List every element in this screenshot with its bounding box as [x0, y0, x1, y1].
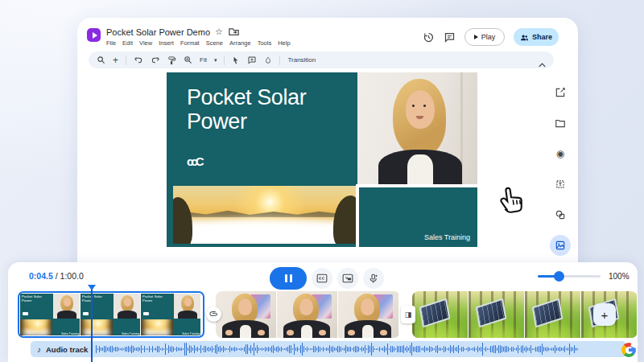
chevron-down-icon[interactable]: ▾ [214, 57, 217, 64]
edit-toolbar: + Fit ▾ Transition [89, 51, 554, 68]
thumb-logo [143, 312, 149, 315]
presenter-mouth [416, 116, 423, 119]
undo-icon[interactable] [134, 55, 143, 66]
shapes-icon[interactable] [550, 204, 571, 225]
scene1-thumbnail: Pocket Solar Power Sales Training [141, 294, 200, 335]
move-folder-icon[interactable] [228, 26, 240, 38]
playhead-handle[interactable] [88, 285, 96, 290]
add-clip-button[interactable]: + [593, 303, 616, 326]
audio-track-label: Audio track [46, 345, 88, 354]
transition-button[interactable]: Transition [287, 56, 316, 64]
pause-button[interactable] [270, 267, 307, 290]
document-title[interactable]: Pocket Solar Power Demo [106, 27, 210, 37]
menu-arrange[interactable]: Arrange [229, 39, 251, 47]
time-separator: / [53, 271, 60, 281]
thumb-sales: Sales Training [174, 319, 200, 335]
scene1-thumbnail: Pocket Solar Power Sales Training [80, 294, 140, 335]
presenter-eye [412, 105, 415, 107]
pause-icon [285, 274, 287, 282]
play-button[interactable]: Play [464, 28, 505, 46]
zoom-level-label: 100% [609, 272, 630, 281]
audio-waveform [96, 343, 620, 356]
sunrise-photo[interactable] [173, 186, 356, 244]
menu-help[interactable]: Help [278, 39, 290, 47]
paint-format-icon[interactable] [167, 55, 176, 66]
insert-tool-rail: ◉ [549, 82, 572, 286]
collapse-toolbar-icon[interactable] [539, 56, 546, 71]
total-time: 1:00.0 [60, 271, 84, 281]
timeline-zoom-control: 100% [538, 272, 630, 281]
thumb-presenter [174, 294, 200, 319]
captions-button[interactable] [312, 268, 332, 289]
slide-canvas[interactable]: Pocket SolarPower ccC [167, 72, 477, 247]
scene3-thumbnail [525, 291, 580, 338]
templates-edit-icon[interactable] [550, 82, 571, 103]
fit-zoom-select[interactable]: Fit [200, 56, 207, 64]
share-people-icon [520, 33, 529, 42]
menu-insert[interactable]: Insert [159, 39, 174, 47]
sales-training-block[interactable]: Sales Training [359, 187, 477, 247]
transition-badge-icon[interactable]: ◨ [401, 306, 415, 323]
paperclip-attachment-icon[interactable] [206, 306, 221, 322]
star-icon[interactable]: ☆ [215, 27, 223, 36]
menu-bar: File Edit View Insert Format Scene Arran… [106, 39, 291, 47]
insert-image-icon[interactable] [550, 235, 571, 256]
toolbar-separator [224, 56, 225, 65]
transport-controls [270, 267, 384, 290]
select-cursor-icon[interactable] [232, 55, 240, 66]
play-button-label: Play [481, 33, 496, 41]
thumb-title: Pocket Solar Power [22, 295, 52, 303]
folder-icon[interactable] [550, 113, 571, 134]
toolbar-separator [126, 56, 126, 65]
current-time: 0:04.5 [29, 271, 53, 281]
menu-edit[interactable]: Edit [122, 39, 133, 47]
vids-app-icon[interactable] [87, 28, 101, 42]
thumb-sunrise [141, 319, 173, 335]
music-note-icon: ♪ [37, 345, 41, 354]
scene1-thumbnail: Pocket Solar Power Sales Training [20, 294, 80, 335]
thumb-presenter [53, 294, 80, 319]
redo-icon[interactable] [151, 55, 160, 66]
comments-icon[interactable] [444, 31, 456, 43]
play-icon [474, 35, 478, 39]
record-icon[interactable]: ◉ [550, 143, 571, 164]
menu-view[interactable]: View [139, 39, 152, 47]
header-actions: Play Share [423, 28, 559, 46]
audio-track[interactable]: ♪ Audio track [31, 341, 626, 357]
play-glyph [93, 32, 97, 39]
tree-silhouette [173, 197, 192, 244]
thumb-title: Pocket Solar Power [82, 295, 112, 303]
thumb-logo [83, 312, 89, 315]
clip-scene-2[interactable] [216, 291, 400, 338]
search-icon[interactable] [97, 55, 105, 66]
pause-icon [290, 274, 292, 282]
menu-tools[interactable]: Tools [258, 39, 272, 47]
presenter-shirt [407, 154, 433, 184]
zoom-slider-thumb[interactable] [554, 271, 564, 282]
zoom-in-icon[interactable] [184, 55, 192, 66]
menu-file[interactable]: File [106, 39, 116, 47]
thumb-sunrise [20, 319, 52, 335]
presenter-eye [423, 105, 426, 107]
share-button-label: Share [532, 33, 552, 41]
add-comment-icon[interactable] [247, 55, 257, 66]
thumb-sales: Sales Training [114, 319, 140, 335]
clip-scene-1-selected[interactable]: Pocket Solar Power Sales Training Pocket… [18, 291, 204, 338]
slide-title[interactable]: Pocket SolarPower [187, 85, 306, 134]
share-button[interactable]: Share [514, 28, 559, 46]
thumb-logo [23, 312, 28, 315]
picture-in-picture-button[interactable] [337, 268, 358, 289]
record-voiceover-button[interactable] [363, 268, 384, 289]
menu-scene[interactable]: Scene [206, 39, 223, 47]
zoom-slider[interactable] [538, 275, 601, 278]
presenter-video[interactable] [357, 72, 477, 184]
menu-format[interactable]: Format [180, 39, 200, 47]
text-box-icon[interactable] [550, 174, 571, 195]
add-icon[interactable]: + [113, 55, 118, 66]
brand-logo: ccC [187, 154, 202, 168]
version-history-icon[interactable] [423, 31, 435, 43]
app-window: Pocket Solar Power Demo ☆ File Edit View… [77, 18, 578, 283]
background-fill-icon[interactable] [264, 55, 272, 66]
thumb-sunrise [80, 319, 113, 335]
presenter-face [406, 90, 435, 129]
